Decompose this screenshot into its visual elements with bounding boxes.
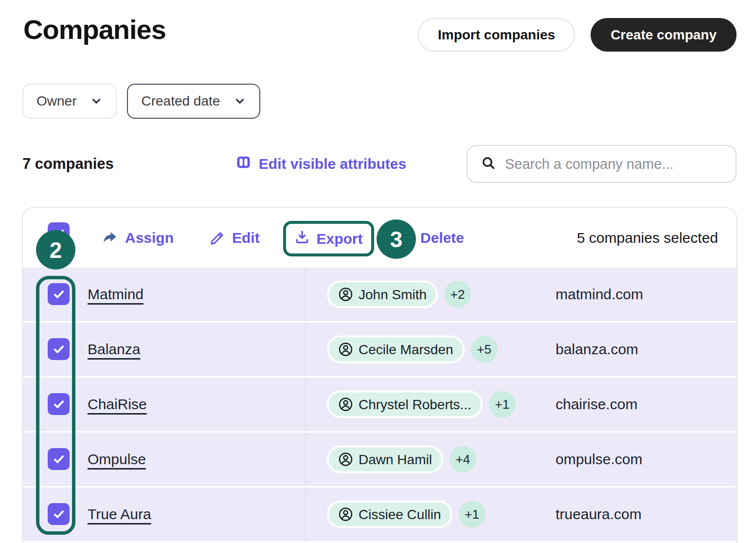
company-search[interactable] — [467, 145, 737, 183]
company-domain: balanza.com — [556, 341, 638, 358]
edit-action-button[interactable]: Edit — [209, 208, 260, 268]
owner-cell: Cecile Marsden+5 — [327, 336, 498, 363]
user-circle-icon — [338, 342, 353, 357]
owner-filter-label: Owner — [36, 93, 76, 109]
company-name-link[interactable]: Matmind — [88, 286, 144, 303]
owner-name: John Smith — [359, 287, 427, 302]
row-checkbox[interactable] — [48, 338, 70, 360]
filter-bar: Owner Created date — [22, 84, 260, 119]
list-toolbar: 7 companies Edit visible attributes — [22, 145, 737, 183]
page-title: Companies — [23, 14, 166, 45]
additional-owners-badge[interactable]: +1 — [489, 391, 516, 418]
delete-action-button[interactable]: Delete — [420, 208, 464, 268]
table-row: ChaiRiseChrystel Roberts...+1chairise.co… — [23, 378, 737, 431]
annotation-step-3: 3 — [377, 219, 416, 259]
delete-label: Delete — [420, 230, 464, 246]
company-domain: matmind.com — [556, 286, 643, 303]
row-checkbox[interactable] — [48, 448, 70, 470]
owner-cell: Dawn Hamil+4 — [327, 446, 476, 473]
create-company-button[interactable]: Create company — [591, 18, 737, 52]
user-circle-icon — [338, 397, 353, 412]
company-count: 7 companies — [22, 155, 114, 173]
edit-label: Edit — [232, 230, 260, 246]
row-checkbox[interactable] — [48, 393, 70, 415]
owner-chip[interactable]: Dawn Hamil — [327, 446, 443, 473]
table-row: BalanzaCecile Marsden+5balanza.com — [23, 323, 737, 376]
created-date-filter-label: Created date — [141, 93, 220, 109]
company-domain: ompulse.com — [556, 451, 642, 468]
export-action-button[interactable]: Export — [283, 221, 374, 256]
chevron-down-icon — [234, 95, 246, 108]
column-divider — [305, 488, 306, 541]
owner-chip[interactable]: John Smith — [327, 281, 438, 308]
company-name-link[interactable]: Ompulse — [88, 451, 146, 468]
owner-cell: Chrystel Roberts...+1 — [327, 391, 516, 418]
download-icon — [294, 229, 310, 248]
edit-visible-attributes-label: Edit visible attributes — [259, 156, 406, 172]
assign-label: Assign — [125, 230, 174, 246]
pencil-icon — [209, 230, 226, 246]
company-name-link[interactable]: True Aura — [88, 506, 151, 523]
import-companies-button[interactable]: Import companies — [418, 18, 575, 52]
owner-name: Dawn Hamil — [359, 452, 432, 467]
owner-cell: John Smith+2 — [327, 281, 471, 308]
owner-name: Cecile Marsden — [359, 342, 453, 357]
search-icon — [481, 155, 496, 173]
assign-action-button[interactable]: Assign — [101, 208, 174, 268]
bulk-action-bar: 2 Assign Edit Export 3 Delete 5 companie… — [23, 208, 737, 268]
table-row: OmpulseDawn Hamil+4ompulse.com — [23, 433, 737, 486]
additional-owners-badge[interactable]: +1 — [459, 501, 486, 528]
assign-arrow-icon — [101, 229, 119, 247]
company-name-link[interactable]: ChaiRise — [88, 396, 147, 413]
row-checkbox[interactable] — [48, 503, 70, 525]
owner-name: Cissiee Cullin — [359, 507, 441, 522]
table-row: MatmindJohn Smith+2matmind.com — [23, 268, 737, 321]
search-input[interactable] — [505, 156, 722, 172]
companies-table-card: 2 Assign Edit Export 3 Delete 5 companie… — [22, 207, 738, 543]
additional-owners-badge[interactable]: +2 — [444, 281, 471, 308]
user-circle-icon — [338, 507, 353, 522]
column-divider — [305, 268, 306, 321]
owner-filter-dropdown[interactable]: Owner — [22, 84, 117, 119]
columns-icon — [235, 154, 252, 174]
export-label: Export — [316, 231, 362, 247]
selected-count-label: 5 companies selected — [577, 208, 718, 268]
annotation-step-2: 2 — [36, 230, 75, 270]
header-actions: Import companies Create company — [418, 18, 737, 52]
column-divider — [305, 378, 306, 431]
owner-name: Chrystel Roberts... — [359, 397, 471, 412]
column-divider — [305, 433, 306, 486]
company-name-link[interactable]: Balanza — [88, 341, 140, 358]
company-domain: trueaura.com — [556, 506, 642, 523]
company-rows: MatmindJohn Smith+2matmind.comBalanzaCec… — [23, 268, 737, 543]
column-divider — [305, 323, 306, 376]
owner-cell: Cissiee Cullin+1 — [327, 501, 486, 528]
owner-chip[interactable]: Cissiee Cullin — [327, 501, 452, 528]
owner-chip[interactable]: Chrystel Roberts... — [327, 391, 483, 418]
additional-owners-badge[interactable]: +4 — [450, 446, 476, 473]
user-circle-icon — [338, 287, 353, 302]
user-circle-icon — [338, 452, 353, 467]
row-checkbox[interactable] — [48, 283, 70, 305]
owner-chip[interactable]: Cecile Marsden — [327, 336, 465, 363]
additional-owners-badge[interactable]: +5 — [471, 336, 498, 363]
created-date-filter-dropdown[interactable]: Created date — [127, 84, 260, 119]
chevron-down-icon — [90, 95, 103, 108]
table-row: True AuraCissiee Cullin+1trueaura.com — [23, 488, 737, 541]
edit-visible-attributes-link[interactable]: Edit visible attributes — [235, 154, 406, 174]
company-domain: chairise.com — [556, 396, 637, 413]
